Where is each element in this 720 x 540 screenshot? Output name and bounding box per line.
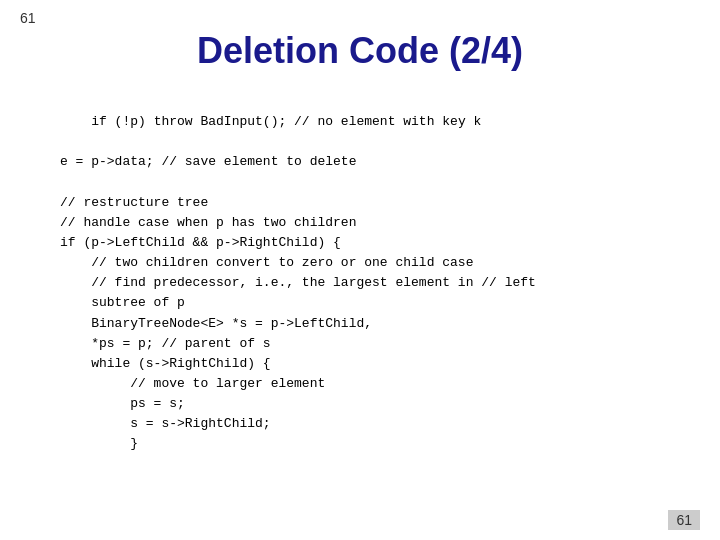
code-line-17: } [60,436,138,451]
slide-title: Deletion Code (2/4) [40,30,680,72]
code-line-6: // handle case when p has two children [60,215,356,230]
code-line-5: // restructure tree [60,195,208,210]
code-line-15: ps = s; [60,396,185,411]
slide-container: 61 Deletion Code (2/4) if (!p) throw Bad… [0,0,720,540]
code-line-12: *ps = p; // parent of s [60,336,271,351]
code-line-11: BinaryTreeNode<E> *s = p->LeftChild, [60,316,372,331]
code-line-10: subtree of p [60,295,185,310]
code-block: if (!p) throw BadInput(); // no element … [40,92,680,475]
slide-number-bottom: 61 [668,510,700,530]
slide-number-top: 61 [20,10,36,26]
code-line-3: e = p->data; // save element to delete [60,154,356,169]
code-line-7: if (p->LeftChild && p->RightChild) { [60,235,341,250]
code-line-9: // find predecessor, i.e., the largest e… [60,275,536,290]
code-line-13: while (s->RightChild) { [60,356,271,371]
code-line-14: // move to larger element [60,376,325,391]
code-line-1: if (!p) throw BadInput(); // no element … [91,114,481,129]
code-line-8: // two children convert to zero or one c… [60,255,473,270]
code-line-16: s = s->RightChild; [60,416,271,431]
